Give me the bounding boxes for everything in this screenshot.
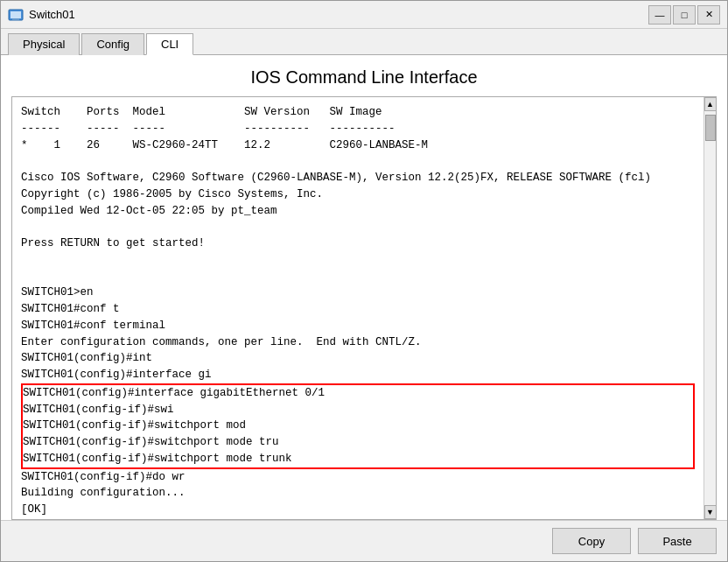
page-title: IOS Command Line Interface: [1, 55, 727, 96]
scroll-thumb[interactable]: [705, 115, 716, 141]
app-icon: [8, 7, 24, 23]
scroll-down-button[interactable]: ▼: [704, 505, 717, 519]
terminal-highlight-box: SWITCH01(config)#interface gigabitEthern…: [21, 383, 695, 469]
scrollbar[interactable]: ▲ ▼: [704, 97, 716, 519]
main-window: Switch01 — □ ✕ Physical Config CLI IOS C…: [0, 0, 728, 562]
paste-button[interactable]: Paste: [638, 528, 717, 554]
tab-bar: Physical Config CLI: [1, 29, 727, 55]
svg-rect-2: [12, 18, 19, 20]
copy-button[interactable]: Copy: [552, 528, 631, 554]
tab-cli[interactable]: CLI: [146, 33, 193, 55]
maximize-button[interactable]: □: [673, 5, 696, 25]
titlebar: Switch01 — □ ✕: [1, 1, 727, 29]
tab-physical[interactable]: Physical: [8, 33, 80, 55]
scroll-up-button[interactable]: ▲: [704, 97, 717, 111]
minimize-button[interactable]: —: [648, 5, 671, 25]
tab-config[interactable]: Config: [81, 33, 144, 55]
terminal-highlight-text: SWITCH01(config)#interface gigabitEthern…: [23, 385, 693, 467]
window-title: Switch01: [29, 8, 648, 21]
terminal-text-after: SWITCH01(config-if)#do wr Building confi…: [21, 469, 695, 520]
scroll-track: [704, 111, 716, 505]
content-area: IOS Command Line Interface Switch Ports …: [1, 55, 727, 561]
svg-rect-1: [10, 11, 21, 18]
terminal-container: Switch Ports Model SW Version SW Image -…: [11, 96, 717, 520]
terminal-text-before: Switch Ports Model SW Version SW Image -…: [21, 104, 695, 383]
terminal-scroll[interactable]: Switch Ports Model SW Version SW Image -…: [12, 97, 704, 519]
bottom-bar: Copy Paste: [1, 520, 727, 561]
close-button[interactable]: ✕: [697, 5, 720, 25]
window-controls: — □ ✕: [648, 5, 720, 25]
